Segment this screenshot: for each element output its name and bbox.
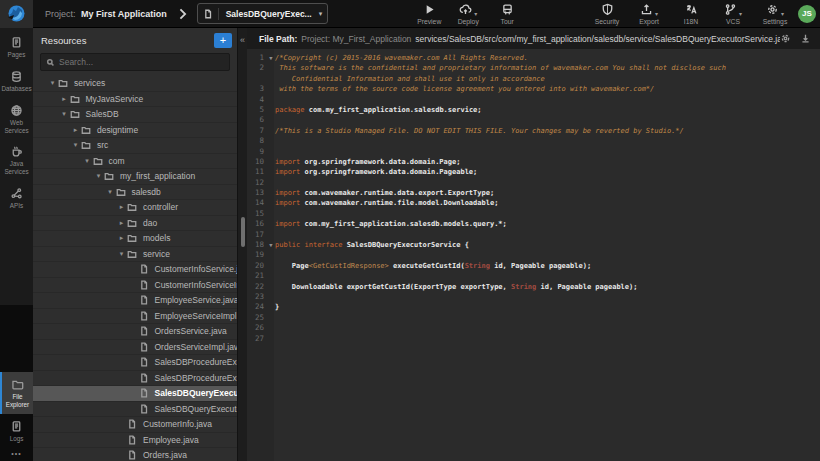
tree-item-salesdbprocedureexecutorserviceimpl-java[interactable]: SalesDBProcedureExecutorServiceImpl.java — [33, 371, 237, 387]
toolbar-button-export[interactable]: ▾Export — [636, 3, 662, 25]
tree-item-designtime[interactable]: ▸designtime — [33, 123, 237, 139]
tree-scrollbar-thumb[interactable] — [241, 217, 245, 247]
sidebar-more-button[interactable]: ••• — [0, 450, 33, 457]
tree-item-label: CustomerInfoServiceImpl.java — [155, 280, 238, 290]
tree-item-label: CustomerInfo.java — [143, 419, 212, 429]
file-icon — [203, 8, 219, 20]
line-number: 10 — [247, 157, 267, 167]
toolbar-button-i18n[interactable]: I18N — [678, 3, 704, 25]
sidebar-item-file-explorer[interactable]: File Explorer — [0, 372, 33, 414]
chevron-right-icon[interactable]: ▸ — [116, 219, 127, 227]
chevron-down-icon[interactable]: ▾ — [82, 157, 93, 165]
chevron-right-icon[interactable]: ▸ — [70, 126, 81, 134]
tree-item-service[interactable]: ▾service — [33, 247, 237, 263]
download-file-icon[interactable] — [800, 33, 811, 44]
sidebar-item-pages[interactable]: Pages — [0, 30, 33, 64]
sidebar-item-databases[interactable]: Databases — [0, 64, 33, 98]
sidebar-item-label: Databases — [1, 85, 31, 93]
wavemaker-logo[interactable] — [0, 0, 33, 28]
line-number: 8 — [247, 136, 267, 146]
user-avatar[interactable]: JS — [798, 5, 816, 23]
indent-spacer — [128, 281, 139, 288]
resources-panel: Resources + ▾services▸MyJavaService▾Sale… — [33, 28, 237, 461]
line-number: 23 — [247, 292, 267, 302]
toolbar-icon-wrap — [601, 3, 614, 17]
open-file-dropdown[interactable]: SalesDBQueryExec... ▾ — [197, 3, 329, 24]
tree-item-services[interactable]: ▾services — [33, 76, 237, 92]
line-number: 5 — [247, 105, 267, 115]
tree-item-salesdb[interactable]: ▾SalesDB — [33, 107, 237, 123]
fold-toggle-icon[interactable]: ▼ — [267, 53, 275, 63]
tree-item-salesdbqueryexecutorservice-java[interactable]: SalesDBQueryExecutorService.java — [33, 386, 237, 402]
tree-item-employeeservice-java[interactable]: EmployeeService.java — [33, 293, 237, 309]
sidebar-item-web-services[interactable]: Web Services — [0, 98, 33, 140]
line-number: 26 — [247, 323, 267, 333]
database-icon — [10, 70, 23, 83]
tree-item-orders-java[interactable]: Orders.java — [33, 448, 237, 461]
gear-icon — [766, 3, 779, 16]
editor-settings-gear-icon[interactable] — [780, 33, 791, 44]
tree-item-ordersservice-java[interactable]: OrdersService.java — [33, 324, 237, 340]
tree-item-employeeserviceimpl-java[interactable]: EmployeeServiceImpl.java — [33, 309, 237, 325]
tree-item-dao[interactable]: ▸dao — [33, 216, 237, 232]
sidebar-item-logs[interactable]: Logs — [0, 414, 33, 448]
tree-item-customerinfoserviceimpl-java[interactable]: CustomerInfoServiceImpl.java — [33, 278, 237, 294]
tree-item-models[interactable]: ▸models — [33, 231, 237, 247]
toolbar-button-preview[interactable]: Preview — [416, 3, 442, 25]
toolbar-button-tour[interactable]: Tour — [494, 3, 520, 25]
code-line: /*Copyright (c) 2015-2016 wavemaker.com … — [275, 53, 528, 63]
code-editor[interactable]: 1▼/*Copyright (c) 2015-2016 wavemaker.co… — [247, 49, 820, 461]
code-line-row: 15 — [247, 209, 820, 219]
code-line: public interface SalesDBQueryExecutorSer… — [275, 240, 469, 250]
chevron-down-icon[interactable]: ▾ — [59, 110, 70, 118]
chevron-right-icon[interactable]: ▸ — [116, 234, 127, 242]
file-sm-icon — [127, 435, 140, 445]
collapse-panel-button[interactable]: « — [238, 35, 247, 45]
tree-item-controller[interactable]: ▸controller — [33, 200, 237, 216]
chevron-down-icon[interactable]: ▾ — [116, 250, 127, 258]
sidebar-item-java-services[interactable]: Java Services — [0, 139, 33, 181]
chevron-right-icon[interactable]: ▸ — [116, 203, 127, 211]
tree-item-salesdbprocedureexecutorservice-java[interactable]: SalesDBProcedureExecutorService.java — [33, 355, 237, 371]
toolbar-button-deploy[interactable]: ▾Deploy — [455, 3, 481, 25]
file-sm-icon — [139, 280, 152, 290]
file-sm-icon — [139, 373, 152, 383]
chevron-right-icon[interactable]: ▸ — [59, 95, 70, 103]
tree-item-salesdbqueryexecutorserviceimpl-java[interactable]: SalesDBQueryExecutorServiceImpl.java — [33, 402, 237, 418]
chevron-down-icon[interactable]: ▾ — [47, 79, 58, 87]
toolbar-button-settings[interactable]: ▾Settings — [762, 3, 788, 25]
toolbar-button-security[interactable]: Security — [594, 3, 620, 25]
tree-item-my-first-application[interactable]: ▾my_first_application — [33, 169, 237, 185]
tree-item-customerinfo-java[interactable]: CustomerInfo.java — [33, 417, 237, 433]
line-number: 19 — [247, 250, 267, 260]
code-line: This software is the confidential and pr… — [275, 63, 726, 73]
code-line-row: 20 Page<GetCustIdResponse> executeGetCus… — [247, 261, 820, 271]
sidebar-item-apis[interactable]: APIs — [0, 181, 33, 215]
search-box — [40, 53, 230, 71]
toolbar-button-vcs[interactable]: ▾VCS — [720, 3, 746, 25]
tree-item-com[interactable]: ▾com — [33, 154, 237, 170]
tree-item-customerinfoservice-java[interactable]: CustomerInfoService.java — [33, 262, 237, 278]
tree-item-src[interactable]: ▾src — [33, 138, 237, 154]
tree-item-label: service — [143, 249, 170, 259]
bus-icon — [501, 3, 514, 16]
tree-item-myjavaservice[interactable]: ▸MyJavaService — [33, 92, 237, 108]
tree-item-ordersserviceimpl-java[interactable]: OrdersServiceImpl.java — [33, 340, 237, 356]
sidebar-bottom-group: File ExplorerLogs — [0, 372, 33, 448]
tree-item-salesdb[interactable]: ▾salesdb — [33, 185, 237, 201]
line-number: 24 — [247, 302, 267, 312]
fold-toggle-icon[interactable]: ▼ — [267, 240, 275, 250]
chevron-down-icon[interactable]: ▾ — [105, 188, 116, 196]
chevron-down-icon[interactable]: ▾ — [93, 172, 104, 180]
search-input[interactable] — [59, 57, 224, 67]
tree-item-label: models — [143, 233, 170, 243]
indent-spacer — [116, 452, 127, 459]
open-file-dropdown-label: SalesDBQueryExec... — [226, 9, 312, 19]
line-number: 25 — [247, 313, 267, 323]
add-resource-button[interactable]: + — [214, 33, 232, 48]
tree-item-label: designtime — [97, 125, 138, 135]
tree-item-employee-java[interactable]: Employee.java — [33, 433, 237, 449]
chevron-down-icon: ▾ — [319, 10, 323, 18]
chevron-down-icon: ▾ — [739, 10, 742, 17]
chevron-down-icon[interactable]: ▾ — [70, 141, 81, 149]
